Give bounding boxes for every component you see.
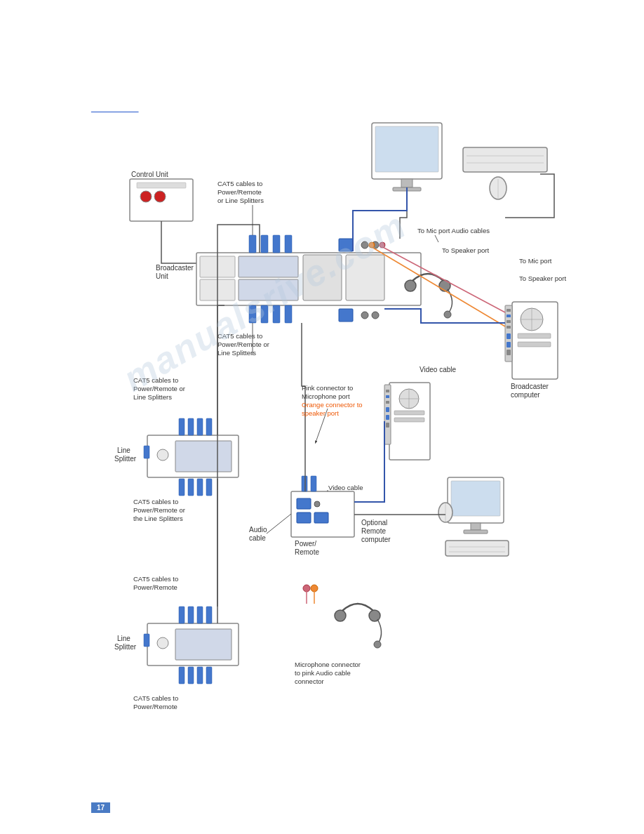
svg-rect-119 bbox=[179, 667, 185, 684]
svg-rect-64 bbox=[144, 446, 149, 458]
svg-text:Video cable: Video cable bbox=[328, 484, 363, 491]
svg-text:Orange connector to: Orange connector to bbox=[302, 401, 363, 409]
svg-rect-50 bbox=[507, 350, 511, 355]
svg-rect-87 bbox=[464, 530, 488, 534]
svg-point-55 bbox=[444, 311, 451, 318]
svg-text:Optional: Optional bbox=[361, 519, 387, 527]
svg-text:Pink connector to: Pink connector to bbox=[302, 384, 353, 392]
svg-rect-79 bbox=[314, 512, 328, 523]
svg-text:connector: connector bbox=[295, 677, 324, 685]
svg-rect-44 bbox=[507, 309, 511, 312]
page-container: ___________ manualsrive.com Control Unit bbox=[0, 0, 644, 834]
svg-rect-23 bbox=[339, 309, 353, 322]
svg-rect-118 bbox=[206, 607, 212, 623]
svg-text:Line: Line bbox=[117, 635, 130, 642]
svg-rect-70 bbox=[206, 418, 212, 435]
svg-text:or Line Splitters: or Line Splitters bbox=[217, 197, 264, 204]
svg-point-77 bbox=[314, 501, 320, 507]
svg-text:CAT5 cables to: CAT5 cables to bbox=[217, 180, 262, 187]
svg-rect-74 bbox=[206, 479, 212, 496]
svg-point-111 bbox=[157, 637, 168, 649]
svg-rect-82 bbox=[302, 476, 307, 491]
svg-rect-117 bbox=[197, 607, 203, 623]
svg-text:Broadcaster: Broadcaster bbox=[156, 264, 194, 272]
svg-point-53 bbox=[405, 280, 416, 291]
svg-text:Microphone port: Microphone port bbox=[302, 392, 350, 400]
svg-point-124 bbox=[369, 610, 380, 621]
svg-text:CAT5 cables to: CAT5 cables to bbox=[133, 694, 178, 702]
svg-text:Microphone connector: Microphone connector bbox=[295, 661, 361, 668]
svg-rect-3 bbox=[137, 183, 186, 188]
svg-rect-85 bbox=[451, 481, 500, 516]
svg-rect-13 bbox=[261, 235, 268, 253]
svg-rect-121 bbox=[197, 667, 203, 684]
svg-text:Control Unit: Control Unit bbox=[131, 171, 168, 178]
svg-line-151 bbox=[435, 235, 438, 242]
svg-rect-30 bbox=[401, 179, 412, 187]
svg-text:Splitter: Splitter bbox=[114, 643, 137, 651]
svg-rect-68 bbox=[188, 418, 194, 435]
svg-point-2 bbox=[154, 191, 166, 202]
page-indicator: 17 bbox=[91, 802, 110, 813]
svg-rect-8 bbox=[239, 256, 298, 277]
svg-text:cable: cable bbox=[249, 534, 266, 542]
svg-point-24 bbox=[361, 312, 368, 319]
svg-text:Video cable: Video cable bbox=[420, 366, 457, 373]
svg-rect-45 bbox=[507, 315, 511, 317]
svg-point-125 bbox=[374, 641, 381, 648]
svg-rect-48 bbox=[507, 333, 511, 339]
svg-point-25 bbox=[372, 312, 379, 319]
svg-rect-112 bbox=[144, 634, 149, 647]
svg-rect-20 bbox=[261, 305, 268, 323]
svg-text:computer: computer bbox=[511, 391, 540, 399]
svg-rect-115 bbox=[179, 607, 185, 623]
svg-text:Unit: Unit bbox=[156, 272, 168, 280]
svg-text:Power/Remote: Power/Remote bbox=[217, 188, 262, 196]
svg-text:CAT5 cables to: CAT5 cables to bbox=[133, 498, 178, 505]
svg-rect-110 bbox=[175, 629, 232, 660]
svg-rect-69 bbox=[197, 418, 203, 435]
svg-rect-9 bbox=[239, 279, 298, 300]
svg-text:speaker port: speaker port bbox=[302, 409, 339, 417]
svg-rect-41 bbox=[518, 333, 551, 338]
svg-rect-47 bbox=[507, 326, 511, 329]
svg-point-57 bbox=[380, 242, 385, 248]
svg-text:to pink Audio cable: to pink Audio cable bbox=[295, 669, 351, 677]
svg-rect-104 bbox=[386, 407, 389, 412]
svg-text:CAT5 cables to: CAT5 cables to bbox=[133, 575, 178, 583]
svg-text:To Speaker port: To Speaker port bbox=[442, 246, 489, 254]
svg-text:To Speaker port: To Speaker port bbox=[519, 274, 566, 282]
svg-point-63 bbox=[157, 449, 168, 461]
svg-rect-71 bbox=[179, 479, 185, 496]
svg-rect-67 bbox=[179, 418, 185, 435]
svg-rect-106 bbox=[386, 423, 389, 428]
svg-text:Audio: Audio bbox=[249, 526, 267, 534]
svg-rect-122 bbox=[206, 667, 212, 684]
svg-rect-19 bbox=[249, 305, 256, 323]
svg-point-17 bbox=[361, 241, 368, 249]
svg-point-123 bbox=[335, 610, 346, 621]
svg-rect-22 bbox=[285, 305, 292, 323]
svg-rect-14 bbox=[273, 235, 280, 253]
svg-rect-15 bbox=[285, 235, 292, 253]
svg-rect-49 bbox=[507, 342, 511, 348]
svg-rect-21 bbox=[273, 305, 280, 323]
svg-rect-12 bbox=[249, 235, 256, 253]
diagram-svg: Control Unit Broa bbox=[0, 0, 644, 834]
svg-text:To Mic port: To Mic port bbox=[519, 257, 552, 265]
svg-text:CAT5 cables to: CAT5 cables to bbox=[217, 332, 262, 340]
svg-text:Power/: Power/ bbox=[295, 540, 316, 548]
svg-rect-11 bbox=[346, 255, 384, 300]
svg-rect-102 bbox=[386, 395, 389, 398]
svg-rect-78 bbox=[297, 512, 311, 523]
svg-text:computer: computer bbox=[361, 536, 391, 543]
svg-rect-42 bbox=[518, 342, 551, 347]
svg-text:Splitter: Splitter bbox=[114, 455, 137, 463]
svg-text:Remote: Remote bbox=[295, 548, 319, 556]
svg-rect-10 bbox=[303, 255, 342, 300]
svg-text:the Line Splitters: the Line Splitters bbox=[133, 515, 183, 522]
svg-rect-120 bbox=[188, 667, 194, 684]
svg-rect-73 bbox=[197, 479, 203, 496]
svg-text:Power/Remote or: Power/Remote or bbox=[217, 340, 269, 348]
svg-point-59 bbox=[369, 242, 375, 248]
